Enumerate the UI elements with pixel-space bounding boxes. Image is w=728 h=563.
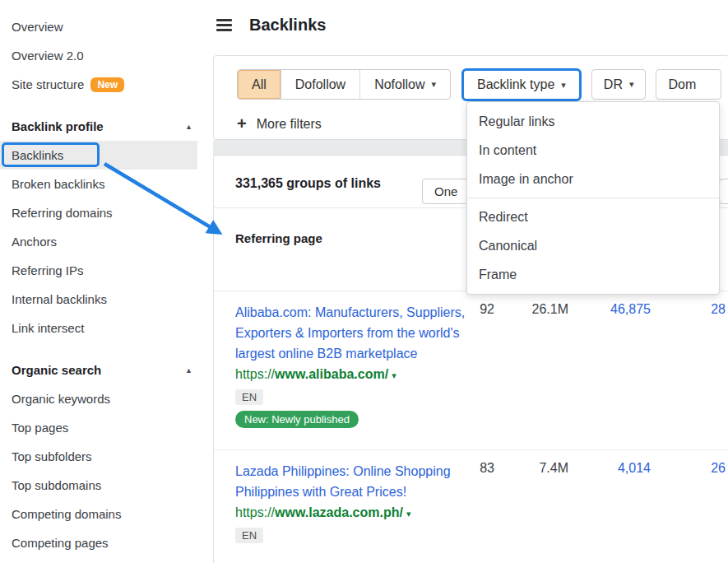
filter-all-button[interactable]: All	[238, 70, 281, 99]
menu-item-canonical[interactable]: Canonical	[467, 231, 719, 260]
segment-label: All	[252, 77, 267, 92]
table-row: Alibaba.com: Manufacturers, Suppliers, E…	[214, 291, 728, 450]
chevron-down-icon[interactable]: ▾	[406, 509, 411, 519]
sidebar-section-organic-search[interactable]: Organic search ▲	[0, 356, 206, 384]
section-title: Organic search	[12, 363, 101, 377]
url-domain: www.lazada.com.ph/	[275, 505, 403, 519]
newly-published-badge: New: Newly published	[235, 411, 359, 428]
menu-item-frame[interactable]: Frame	[467, 260, 719, 289]
sidebar-item-organic-keywords[interactable]: Organic keywords	[0, 384, 206, 413]
sidebar-section-backlink-profile[interactable]: Backlink profile ▲	[0, 112, 206, 141]
cut-off-button[interactable]	[719, 179, 728, 204]
language-badge: EN	[235, 389, 263, 405]
url-prefix: https://	[235, 505, 275, 519]
filter-row: All Dofollow Nofollow ▾ Backlink type ▾ …	[237, 69, 728, 101]
dr-value: 83	[445, 461, 494, 476]
sidebar-item-site-structure[interactable]: Site structure New	[0, 70, 206, 99]
plus-icon: +	[237, 114, 247, 133]
sidebar: Overview Overview 2.0 Site structure New…	[0, 0, 206, 563]
referring-page-link[interactable]: Lazada Philippines: Online Shopping Phil…	[235, 461, 475, 502]
menu-item-in-content[interactable]: In content	[467, 136, 719, 165]
button-label: DR	[604, 77, 623, 92]
new-badge: New	[90, 77, 124, 92]
button-label: Backlink type	[477, 77, 554, 92]
referring-page-column-header[interactable]: Referring page	[235, 231, 322, 245]
sidebar-item-internal-backlinks[interactable]: Internal backlinks	[0, 285, 206, 314]
sidebar-item-label: Backlinks	[12, 148, 63, 162]
sidebar-item-label: Anchors	[12, 235, 57, 249]
backlinks-count-link[interactable]: 46,875	[568, 302, 651, 317]
collapse-arrow-icon[interactable]: ▲	[185, 123, 192, 131]
sidebar-item-overview[interactable]: Overview	[0, 12, 206, 41]
table-row: Lazada Philippines: Online Shopping Phil…	[214, 450, 728, 563]
menu-item-regular-links[interactable]: Regular links	[467, 107, 719, 136]
referring-page-url[interactable]: https://www.lazada.com.ph/▾	[235, 502, 475, 524]
linked-domains-link[interactable]: 26	[659, 461, 726, 476]
sidebar-item-competing-domains[interactable]: Competing domains	[0, 500, 206, 528]
referring-page-link[interactable]: Alibaba.com: Manufacturers, Suppliers, E…	[235, 302, 475, 364]
menu-divider	[467, 198, 719, 198]
grouping-button-clipped[interactable]: One	[422, 179, 470, 204]
page-title: Backlinks	[249, 16, 326, 35]
sidebar-item-overview-2[interactable]: Overview 2.0	[0, 41, 206, 70]
top-bar: Backlinks	[206, 0, 728, 49]
menu-item-label: Redirect	[479, 210, 528, 225]
segment-label: Dofollow	[295, 77, 345, 92]
follow-segmented-control: All Dofollow Nofollow ▾	[237, 69, 451, 100]
sidebar-item-broken-backlinks[interactable]: Broken backlinks	[0, 170, 206, 198]
menu-item-image-in-anchor[interactable]: Image in anchor	[467, 165, 719, 193]
chevron-down-icon: ▾	[629, 79, 634, 90]
sidebar-item-label: Organic keywords	[12, 392, 110, 406]
traffic-value: 7.4M	[503, 461, 568, 476]
sidebar-item-anchors[interactable]: Anchors	[0, 227, 206, 256]
menu-item-redirect[interactable]: Redirect	[467, 202, 719, 231]
linked-domains-link[interactable]: 28	[659, 302, 726, 317]
sidebar-item-label: Top pages	[12, 421, 68, 435]
dr-value: 92	[445, 302, 494, 317]
menu-item-label: Canonical	[479, 239, 537, 254]
sidebar-item-label: Link intersect	[12, 321, 84, 335]
sidebar-item-top-pages[interactable]: Top pages	[0, 413, 206, 442]
menu-item-label: Regular links	[479, 114, 554, 129]
referring-page-url[interactable]: https://www.alibaba.com/▾	[235, 364, 475, 386]
menu-item-label: Frame	[479, 268, 517, 282]
segment-label: Nofollow	[374, 77, 424, 92]
section-title: Backlink profile	[12, 119, 104, 133]
traffic-value: 26.1M	[503, 302, 568, 317]
sidebar-item-label: Site structure	[12, 77, 84, 91]
sidebar-item-referring-domains[interactable]: Referring domains	[0, 198, 206, 227]
button-label: One	[434, 184, 457, 198]
referring-page-cell: Alibaba.com: Manufacturers, Suppliers, E…	[235, 302, 475, 428]
url-prefix: https://	[235, 367, 275, 381]
sidebar-item-referring-ips[interactable]: Referring IPs	[0, 256, 206, 285]
menu-item-label: In content	[479, 143, 536, 158]
sidebar-item-top-subdomains[interactable]: Top subdomains	[0, 471, 206, 500]
collapse-arrow-icon[interactable]: ▲	[185, 366, 192, 375]
sidebar-item-link-intersect[interactable]: Link intersect	[0, 314, 206, 342]
backlink-type-filter-button[interactable]: Backlink type ▾	[461, 68, 582, 101]
dr-filter-button[interactable]: DR ▾	[591, 69, 647, 100]
menu-item-label: Image in anchor	[479, 172, 573, 187]
referring-page-cell: Lazada Philippines: Online Shopping Phil…	[235, 461, 475, 543]
backlinks-count-link[interactable]: 4,014	[568, 461, 651, 476]
sidebar-item-label: Competing pages	[12, 536, 109, 550]
sidebar-item-top-subfolders[interactable]: Top subfolders	[0, 442, 206, 471]
sidebar-item-label: Overview	[12, 20, 63, 34]
backlink-type-dropdown-menu: Regular links In content Image in anchor…	[466, 101, 720, 295]
filter-dofollow-button[interactable]: Dofollow	[281, 70, 360, 99]
main-content: Backlinks All Dofollow Nofollow ▾ Backli…	[206, 0, 728, 563]
sidebar-item-label: Referring domains	[12, 206, 113, 220]
more-filters-label: More filters	[257, 117, 322, 132]
sidebar-item-label: Competing domains	[12, 507, 121, 521]
sidebar-item-label: Referring IPs	[12, 263, 84, 277]
sidebar-item-label: Overview 2.0	[12, 49, 84, 63]
chevron-down-icon[interactable]: ▾	[392, 370, 396, 380]
sidebar-item-competing-pages[interactable]: Competing pages	[0, 528, 206, 557]
menu-icon[interactable]	[216, 16, 232, 34]
chevron-down-icon: ▾	[561, 80, 566, 91]
domain-filter-button-clipped[interactable]: Dom	[656, 69, 721, 100]
language-badge: EN	[235, 528, 263, 543]
filter-nofollow-button[interactable]: Nofollow ▾	[360, 70, 450, 99]
sidebar-item-backlinks[interactable]: Backlinks	[0, 141, 197, 170]
button-label: Dom	[668, 77, 696, 92]
